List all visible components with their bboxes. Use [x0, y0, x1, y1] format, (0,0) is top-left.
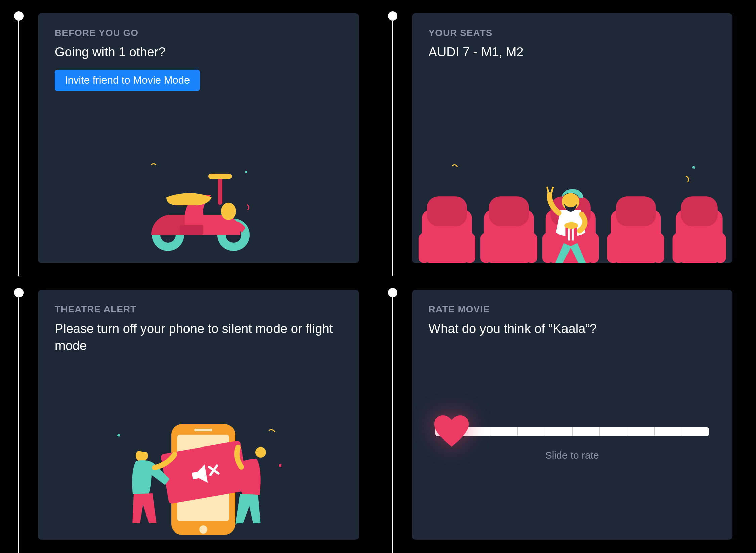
svg-rect-9 [692, 166, 695, 169]
silent-phone-illustration-icon [38, 414, 359, 540]
svg-point-51 [255, 447, 266, 458]
timeline-dot-icon [14, 288, 24, 297]
svg-rect-11 [427, 196, 467, 226]
svg-rect-6 [208, 174, 232, 179]
svg-rect-27 [681, 196, 717, 226]
title-seats: AUDI 7 - M1, M2 [429, 44, 716, 61]
svg-rect-38 [279, 464, 281, 467]
card-your-seats: YOUR SEATS AUDI 7 - M1, M2 [389, 13, 733, 263]
rating-slider[interactable] [435, 427, 709, 436]
eyebrow-before: BEFORE YOU GO [55, 28, 342, 38]
svg-rect-5 [218, 178, 222, 205]
svg-rect-24 [607, 233, 619, 263]
card-theatre-alert: THEATRE ALERT Please turn off your phone… [15, 290, 359, 540]
svg-rect-8 [180, 225, 203, 235]
svg-rect-42 [194, 429, 212, 431]
card-before-you-go: BEFORE YOU GO Going with 1 other? Invite… [15, 13, 359, 263]
svg-rect-23 [616, 196, 656, 226]
eyebrow-alert: THEATRE ALERT [55, 304, 342, 315]
svg-point-41 [199, 525, 207, 534]
svg-rect-17 [526, 233, 537, 263]
eyebrow-rate: RATE MOVIE [429, 304, 716, 315]
svg-rect-29 [714, 233, 726, 263]
svg-rect-48 [130, 523, 141, 529]
svg-rect-21 [587, 233, 599, 263]
svg-rect-15 [489, 196, 529, 226]
title-alert: Please turn off your phone to silent mod… [55, 320, 342, 355]
timeline-line [392, 13, 393, 276]
title-rate: What do you think of “Kaala”? [429, 320, 716, 337]
svg-rect-53 [235, 523, 246, 529]
eyebrow-seats: YOUR SEATS [429, 28, 716, 38]
svg-rect-0 [245, 171, 247, 173]
svg-rect-20 [542, 233, 553, 263]
card-rate-movie: RATE MOVIE What do you think of “Kaala”? [389, 290, 733, 540]
svg-point-7 [221, 203, 236, 220]
heart-slider-thumb-icon[interactable] [431, 412, 472, 449]
svg-point-35 [564, 222, 578, 229]
svg-rect-28 [672, 233, 684, 263]
timeline-dot-icon [388, 11, 397, 21]
invite-friend-button[interactable]: Invite friend to Movie Mode [55, 70, 200, 91]
svg-rect-37 [117, 434, 120, 437]
svg-rect-12 [418, 233, 430, 263]
timeline-dot-icon [388, 288, 397, 297]
svg-rect-25 [653, 233, 664, 263]
slider-caption: Slide to rate [435, 450, 709, 461]
timeline-line [18, 290, 19, 553]
timeline-line [392, 290, 393, 553]
svg-rect-16 [480, 233, 492, 263]
title-before: Going with 1 other? [55, 44, 342, 61]
cinema-seats-illustration-icon [412, 156, 733, 263]
svg-rect-13 [464, 233, 475, 263]
timeline-line [18, 13, 19, 276]
scooter-illustration-icon [38, 158, 359, 256]
svg-rect-52 [251, 523, 262, 529]
svg-rect-49 [147, 523, 158, 529]
timeline-dot-icon [14, 11, 24, 21]
